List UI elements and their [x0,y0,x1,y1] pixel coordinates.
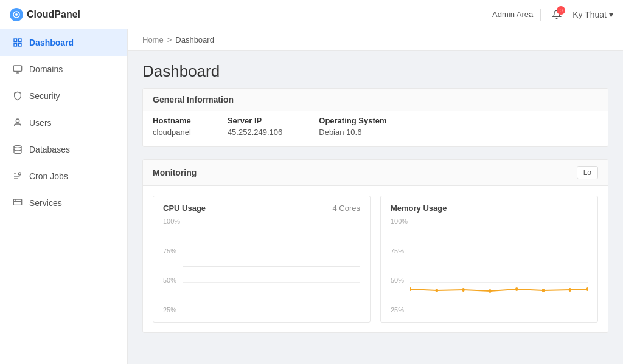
monitoring-body: CPU Usage 4 Cores 100% 75% 50% 25% [143,186,608,332]
svg-point-19 [410,287,411,291]
security-icon [12,91,23,101]
svg-rect-5 [18,43,21,46]
server-ip-col: Server IP 45.252.249.106 [228,116,282,137]
hostname-value: cloudpanel [153,128,191,137]
memory-chart-area: 100% 75% 50% 25% [391,218,588,315]
cpu-y-100: 100% [163,218,180,225]
sidebar-label-cron-jobs: Cron Jobs [29,171,68,181]
user-menu[interactable]: Ky Thuat ▾ [573,10,613,19]
sidebar-item-dashboard[interactable]: Dashboard [0,29,127,56]
databases-icon [12,144,23,155]
cpu-y-50: 50% [163,276,180,284]
svg-point-10 [14,145,21,148]
brand-label: CloudPanel [27,9,80,20]
hostname-col: Hostname cloudpanel [153,116,191,137]
logo-icon [10,8,23,21]
svg-rect-2 [14,39,17,42]
sidebar-item-databases[interactable]: Databases [0,136,127,163]
bell-badge: 0 [557,6,565,15]
svg-rect-6 [13,66,21,71]
svg-point-24 [542,289,545,292]
breadcrumb-home[interactable]: Home [142,35,164,44]
sidebar-label-security: Security [29,91,60,101]
svg-rect-4 [14,43,17,46]
sidebar-item-services[interactable]: Services [0,190,127,216]
cpu-chart-title: CPU Usage [163,204,206,213]
monitoring-card: Monitoring Lo CPU Usage 4 Cores 100% 75%… [142,159,608,333]
memory-chart: Memory Usage 100% 75% 50% 25% [380,196,598,323]
log-button[interactable]: Lo [577,166,598,179]
cron-jobs-icon [12,171,23,182]
memory-y-75: 75% [391,247,408,255]
user-name: Ky Thuat [573,10,607,19]
bell-button[interactable]: 0 [548,6,565,23]
svg-point-21 [462,288,464,292]
general-info-body: Hostname cloudpanel Server IP 45.252.249… [143,111,608,146]
page-header: Dashboard [128,51,623,88]
navbar: CloudPanel Admin Area 0 Ky Thuat ▾ [0,0,623,29]
sidebar-item-security[interactable]: Security [0,83,127,109]
navbar-right: Admin Area 0 Ky Thuat ▾ [492,6,613,23]
navbar-divider [540,9,541,21]
memory-chart-title: Memory Usage [391,204,447,213]
cpu-chart-header: CPU Usage 4 Cores [163,204,360,213]
services-icon [12,197,23,208]
cpu-chart: CPU Usage 4 Cores 100% 75% 50% 25% [153,196,371,323]
user-chevron-icon: ▾ [609,10,613,19]
svg-point-14 [18,173,21,175]
server-ip-value: 45.252.249.106 [228,128,282,137]
sidebar: Dashboard Domains Security [0,29,128,364]
breadcrumb: Home > Dashboard [128,29,623,51]
sidebar-item-cron-jobs[interactable]: Cron Jobs [0,163,127,190]
sidebar-item-domains[interactable]: Domains [0,56,127,83]
monitoring-title: Monitoring [153,168,197,177]
cpu-cores-label: 4 Cores [332,204,360,213]
memory-chart-header: Memory Usage [391,204,588,213]
os-value: Debian 10.6 [319,128,386,137]
hostname-label: Hostname [153,116,191,125]
brand[interactable]: CloudPanel [10,8,80,21]
main-content: Home > Dashboard Dashboard General Infor… [128,29,623,364]
svg-point-1 [15,13,18,16]
sidebar-label-users: Users [29,118,52,128]
memory-y-25: 25% [391,306,408,314]
cpu-chart-svg [183,218,360,315]
svg-point-23 [515,287,518,291]
layout: Dashboard Domains Security [0,29,623,364]
memory-y-100: 100% [391,218,408,225]
memory-y-50: 50% [391,276,408,284]
svg-point-26 [586,287,588,291]
dashboard-icon [12,37,23,48]
os-col: Operating System Debian 10.6 [319,116,386,137]
os-label: Operating System [319,116,386,125]
svg-rect-3 [18,39,21,42]
breadcrumb-current: Dashboard [175,35,214,44]
monitoring-header: Monitoring Lo [143,160,608,186]
sidebar-item-users[interactable]: Users [0,109,127,136]
cpu-chart-area: 100% 75% 50% 25% [163,218,360,315]
sidebar-label-databases: Databases [29,145,70,154]
general-info-card: General Information Hostname cloudpanel … [142,88,608,147]
server-ip-label: Server IP [228,116,282,125]
svg-point-9 [16,119,19,122]
users-icon [12,117,23,128]
domains-icon [12,64,23,75]
svg-point-20 [436,289,438,292]
general-info-title: General Information [153,95,234,105]
svg-point-22 [489,289,491,293]
cpu-y-labels: 100% 75% 50% 25% [163,218,180,315]
cpu-y-25: 25% [163,306,180,314]
breadcrumb-sep: > [167,35,172,44]
memory-y-labels: 100% 75% 50% 25% [391,218,408,315]
sidebar-label-services: Services [29,198,62,208]
admin-area-link[interactable]: Admin Area [492,10,533,19]
svg-point-25 [569,288,571,292]
sidebar-label-domains: Domains [29,64,63,74]
sidebar-label-dashboard: Dashboard [29,38,74,47]
page-title: Dashboard [142,62,608,81]
general-info-header: General Information [143,89,608,111]
cpu-y-75: 75% [163,247,180,255]
memory-chart-svg [410,218,588,315]
